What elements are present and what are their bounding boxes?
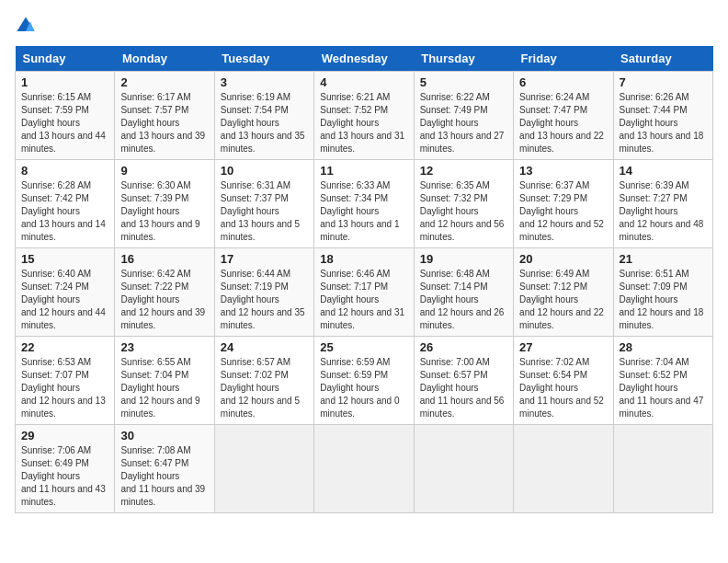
day-number: 3 <box>221 75 308 89</box>
calendar-table: SundayMondayTuesdayWednesdayThursdayFrid… <box>15 46 713 513</box>
day-info: Sunrise: 6:21 AM Sunset: 7:52 PM Dayligh… <box>320 91 407 155</box>
calendar-cell-day-25: 25 Sunrise: 6:59 AM Sunset: 6:59 PM Dayl… <box>314 337 414 425</box>
calendar-cell-day-12: 12 Sunrise: 6:35 AM Sunset: 7:32 PM Dayl… <box>414 160 513 248</box>
calendar-cell-day-14: 14 Sunrise: 6:39 AM Sunset: 7:27 PM Dayl… <box>613 160 712 248</box>
calendar-cell-day-9: 9 Sunrise: 6:30 AM Sunset: 7:39 PM Dayli… <box>115 160 214 248</box>
day-number: 5 <box>420 75 507 89</box>
day-number: 1 <box>21 75 108 89</box>
day-info: Sunrise: 7:04 AM Sunset: 6:52 PM Dayligh… <box>620 356 707 420</box>
day-info: Sunrise: 6:46 AM Sunset: 7:17 PM Dayligh… <box>320 268 407 332</box>
day-number: 26 <box>420 340 507 354</box>
calendar-cell-day-17: 17 Sunrise: 6:44 AM Sunset: 7:19 PM Dayl… <box>214 248 313 337</box>
day-info: Sunrise: 6:57 AM Sunset: 7:02 PM Dayligh… <box>221 356 308 420</box>
calendar-cell-day-7: 7 Sunrise: 6:26 AM Sunset: 7:44 PM Dayli… <box>613 72 712 160</box>
day-number: 15 <box>21 252 108 266</box>
column-header-tuesday: Tuesday <box>214 46 313 72</box>
calendar-cell-day-27: 27 Sunrise: 7:02 AM Sunset: 6:54 PM Dayl… <box>514 337 613 425</box>
logo-icon <box>15 15 37 37</box>
column-header-friday: Friday <box>514 46 613 72</box>
calendar-cell-empty <box>414 425 513 513</box>
day-number: 8 <box>21 164 108 178</box>
column-header-sunday: Sunday <box>16 46 115 72</box>
calendar-cell-day-28: 28 Sunrise: 7:04 AM Sunset: 6:52 PM Dayl… <box>613 337 712 425</box>
page-header <box>15 15 713 37</box>
day-info: Sunrise: 6:15 AM Sunset: 7:59 PM Dayligh… <box>21 91 108 155</box>
calendar-cell-day-3: 3 Sunrise: 6:19 AM Sunset: 7:54 PM Dayli… <box>214 72 313 160</box>
calendar-cell-day-8: 8 Sunrise: 6:28 AM Sunset: 7:42 PM Dayli… <box>16 160 115 248</box>
day-info: Sunrise: 6:39 AM Sunset: 7:27 PM Dayligh… <box>620 179 707 244</box>
day-number: 20 <box>519 252 607 266</box>
day-number: 12 <box>420 164 507 178</box>
day-number: 24 <box>221 340 308 354</box>
day-number: 29 <box>21 429 108 442</box>
day-info: Sunrise: 6:35 AM Sunset: 7:32 PM Dayligh… <box>420 179 507 244</box>
calendar-cell-day-4: 4 Sunrise: 6:21 AM Sunset: 7:52 PM Dayli… <box>314 72 414 160</box>
calendar-cell-day-1: 1 Sunrise: 6:15 AM Sunset: 7:59 PM Dayli… <box>16 72 115 160</box>
day-info: Sunrise: 6:48 AM Sunset: 7:14 PM Dayligh… <box>420 268 507 332</box>
calendar-cell-day-19: 19 Sunrise: 6:48 AM Sunset: 7:14 PM Dayl… <box>414 248 513 337</box>
column-header-thursday: Thursday <box>414 46 513 72</box>
calendar-cell-day-26: 26 Sunrise: 7:00 AM Sunset: 6:57 PM Dayl… <box>414 337 513 425</box>
day-info: Sunrise: 6:40 AM Sunset: 7:24 PM Dayligh… <box>21 268 108 332</box>
day-info: Sunrise: 6:42 AM Sunset: 7:22 PM Dayligh… <box>120 268 208 332</box>
calendar-cell-empty <box>214 425 313 513</box>
day-info: Sunrise: 6:33 AM Sunset: 7:34 PM Dayligh… <box>320 179 407 244</box>
day-number: 7 <box>620 75 707 89</box>
day-number: 9 <box>120 164 208 178</box>
logo <box>15 15 40 37</box>
day-info: Sunrise: 6:53 AM Sunset: 7:07 PM Dayligh… <box>21 356 108 420</box>
calendar-cell-day-21: 21 Sunrise: 6:51 AM Sunset: 7:09 PM Dayl… <box>613 248 712 337</box>
day-number: 21 <box>620 252 707 266</box>
day-info: Sunrise: 6:37 AM Sunset: 7:29 PM Dayligh… <box>519 179 607 244</box>
day-info: Sunrise: 6:30 AM Sunset: 7:39 PM Dayligh… <box>120 179 208 244</box>
day-info: Sunrise: 6:19 AM Sunset: 7:54 PM Dayligh… <box>221 91 308 155</box>
column-header-wednesday: Wednesday <box>314 46 414 72</box>
day-info: Sunrise: 7:08 AM Sunset: 6:47 PM Dayligh… <box>120 444 208 509</box>
day-number: 22 <box>21 340 108 354</box>
calendar-cell-empty <box>314 425 414 513</box>
calendar-cell-day-15: 15 Sunrise: 6:40 AM Sunset: 7:24 PM Dayl… <box>16 248 115 337</box>
day-info: Sunrise: 6:24 AM Sunset: 7:47 PM Dayligh… <box>519 91 607 155</box>
calendar-cell-day-30: 30 Sunrise: 7:08 AM Sunset: 6:47 PM Dayl… <box>115 425 214 513</box>
day-info: Sunrise: 6:55 AM Sunset: 7:04 PM Dayligh… <box>120 356 208 420</box>
day-info: Sunrise: 6:44 AM Sunset: 7:19 PM Dayligh… <box>221 268 308 332</box>
day-info: Sunrise: 6:59 AM Sunset: 6:59 PM Dayligh… <box>320 356 407 420</box>
day-number: 16 <box>120 252 208 266</box>
calendar-cell-day-10: 10 Sunrise: 6:31 AM Sunset: 7:37 PM Dayl… <box>214 160 313 248</box>
calendar-cell-day-16: 16 Sunrise: 6:42 AM Sunset: 7:22 PM Dayl… <box>115 248 214 337</box>
calendar-cell-day-11: 11 Sunrise: 6:33 AM Sunset: 7:34 PM Dayl… <box>314 160 414 248</box>
calendar-cell-day-23: 23 Sunrise: 6:55 AM Sunset: 7:04 PM Dayl… <box>115 337 214 425</box>
day-number: 19 <box>420 252 507 266</box>
calendar-cell-day-2: 2 Sunrise: 6:17 AM Sunset: 7:57 PM Dayli… <box>115 72 214 160</box>
day-number: 10 <box>221 164 308 178</box>
day-number: 30 <box>120 429 208 442</box>
day-number: 23 <box>120 340 208 354</box>
calendar-cell-day-24: 24 Sunrise: 6:57 AM Sunset: 7:02 PM Dayl… <box>214 337 313 425</box>
calendar-cell-day-20: 20 Sunrise: 6:49 AM Sunset: 7:12 PM Dayl… <box>514 248 613 337</box>
day-number: 17 <box>221 252 308 266</box>
day-info: Sunrise: 7:06 AM Sunset: 6:49 PM Dayligh… <box>21 444 108 509</box>
column-header-saturday: Saturday <box>613 46 712 72</box>
day-number: 25 <box>320 340 407 354</box>
calendar-cell-day-13: 13 Sunrise: 6:37 AM Sunset: 7:29 PM Dayl… <box>514 160 613 248</box>
calendar-cell-day-29: 29 Sunrise: 7:06 AM Sunset: 6:49 PM Dayl… <box>16 425 115 513</box>
day-number: 4 <box>320 75 407 89</box>
day-number: 18 <box>320 252 407 266</box>
day-number: 14 <box>620 164 707 178</box>
day-info: Sunrise: 6:49 AM Sunset: 7:12 PM Dayligh… <box>519 268 607 332</box>
calendar-cell-empty <box>613 425 712 513</box>
day-number: 13 <box>519 164 607 178</box>
day-info: Sunrise: 7:00 AM Sunset: 6:57 PM Dayligh… <box>420 356 507 420</box>
day-number: 6 <box>519 75 607 89</box>
day-info: Sunrise: 7:02 AM Sunset: 6:54 PM Dayligh… <box>519 356 607 420</box>
calendar-cell-day-5: 5 Sunrise: 6:22 AM Sunset: 7:49 PM Dayli… <box>414 72 513 160</box>
day-number: 11 <box>320 164 407 178</box>
day-info: Sunrise: 6:26 AM Sunset: 7:44 PM Dayligh… <box>620 91 707 155</box>
day-info: Sunrise: 6:31 AM Sunset: 7:37 PM Dayligh… <box>221 179 308 244</box>
day-number: 28 <box>620 340 707 354</box>
calendar-cell-day-22: 22 Sunrise: 6:53 AM Sunset: 7:07 PM Dayl… <box>16 337 115 425</box>
day-number: 27 <box>519 340 607 354</box>
day-info: Sunrise: 6:22 AM Sunset: 7:49 PM Dayligh… <box>420 91 507 155</box>
day-info: Sunrise: 6:51 AM Sunset: 7:09 PM Dayligh… <box>620 268 707 332</box>
calendar-cell-day-6: 6 Sunrise: 6:24 AM Sunset: 7:47 PM Dayli… <box>514 72 613 160</box>
